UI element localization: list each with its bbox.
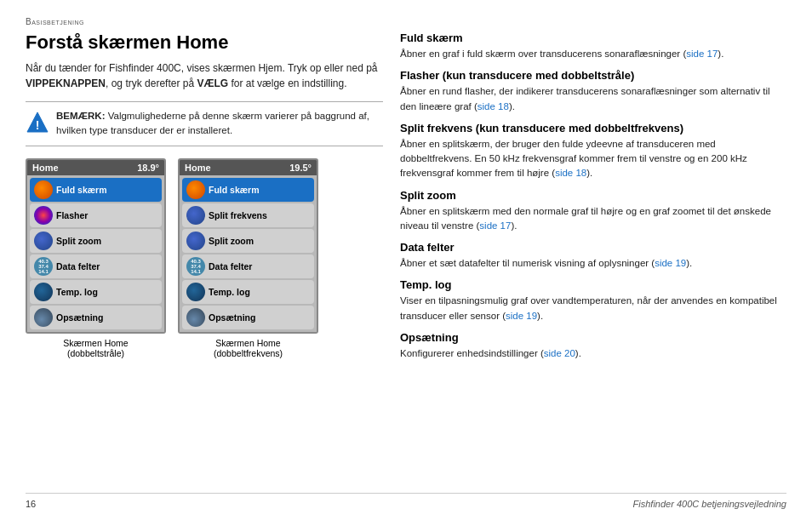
section-temp-log: Temp. log Viser en tilpasningsmulig graf…	[400, 278, 786, 323]
temp-log-icon2	[186, 283, 205, 301]
link-side18b[interactable]: side 18	[555, 168, 586, 178]
settings-icon2	[186, 308, 205, 327]
section-split-frekvens: Split frekvens (kun transducere med dobb…	[400, 122, 786, 181]
link-side19a[interactable]: side 19	[655, 258, 686, 268]
data-felter-icon: 40.337.414.1	[34, 257, 53, 276]
section-opsaetning: Opsætning Konfigurerer enhedsindstilling…	[400, 331, 786, 361]
right-column: Fuld skærm Åbner en graf i fuld skærm ov…	[400, 31, 786, 493]
screen2-menu: Fuld skærm Split frekvens Split zoom	[180, 175, 317, 332]
list-item: 40.337.414.1 Data felter	[30, 254, 162, 278]
flasher-icon	[34, 206, 53, 225]
link-side17a[interactable]: side 17	[686, 49, 718, 59]
list-item: Temp. log	[30, 280, 162, 304]
screens-container: Home 18.9° Fuld skærm Flasher	[26, 158, 383, 358]
list-item: Opsætning	[182, 306, 314, 329]
page-number: 16	[26, 499, 36, 509]
split-freq-icon	[186, 206, 205, 225]
list-item: Temp. log	[182, 280, 314, 304]
device-screen-1: Home 18.9° Fuld skærm Flasher	[26, 158, 166, 334]
list-item: Split frekvens	[182, 203, 314, 227]
intro-paragraph: Når du tænder for Fishfinder 400C, vises…	[26, 60, 383, 91]
data-felter-icon2: 40.337.414.1	[186, 257, 205, 276]
screen1-menu: Fuld skærm Flasher Split zoom	[27, 175, 164, 332]
full-screen-icon	[34, 180, 53, 199]
breadcrumb: Basisbetjening	[26, 17, 786, 26]
note-icon: !	[26, 111, 49, 134]
link-side19b[interactable]: side 19	[506, 311, 537, 321]
footer-product: Fishfinder 400C betjeningsvejledning	[633, 499, 786, 509]
screen2-header: Home 19.5°	[180, 160, 317, 175]
link-side20[interactable]: side 20	[544, 348, 575, 358]
section-flasher: Flasher (kun transducere med dobbeltstrå…	[400, 69, 786, 114]
split-zoom-icon	[34, 232, 53, 250]
full-screen-icon2	[186, 180, 205, 199]
list-item: Split zoom	[30, 229, 162, 253]
screen1-header: Home 18.9°	[27, 160, 164, 175]
screen1-caption: Skærmen Home(dobbeltstråle)	[63, 338, 128, 358]
list-item: Fuld skærm	[182, 178, 314, 202]
list-item: Fuld skærm	[30, 178, 162, 202]
section-fuld-skaerm: Fuld skærm Åbner en graf i fuld skærm ov…	[400, 31, 786, 61]
list-item: 40.337.414.1 Data felter	[182, 254, 314, 278]
split-zoom-icon2	[186, 232, 205, 250]
screen2-caption: Skærmen Home(dobbeltfrekvens)	[214, 338, 283, 358]
note-text: BEMÆRK: Valgmulighederne på denne skærm …	[56, 109, 383, 139]
link-side17b[interactable]: side 17	[479, 220, 511, 231]
screen2-wrapper: Home 19.5° Fuld skærm Split frekvens	[178, 158, 318, 358]
section-split-zoom: Split zoom Åbner en splitskærm med den n…	[400, 189, 786, 234]
section-data-felter: Data felter Åbner et sæt datafelter til …	[400, 241, 786, 271]
device-screen-2: Home 19.5° Fuld skærm Split frekvens	[178, 158, 318, 334]
link-side18a[interactable]: side 18	[477, 101, 509, 111]
svg-text:!: !	[36, 118, 40, 132]
note-box: ! BEMÆRK: Valgmulighederne på denne skær…	[26, 101, 383, 146]
screen1-wrapper: Home 18.9° Fuld skærm Flasher	[26, 158, 166, 358]
settings-icon	[34, 308, 53, 327]
temp-log-icon	[34, 283, 53, 301]
list-item: Split zoom	[182, 229, 314, 253]
list-item: Opsætning	[30, 306, 162, 329]
page-title: Forstå skærmen Home	[26, 31, 383, 54]
page-footer: 16 Fishfinder 400C betjeningsvejledning	[26, 493, 786, 509]
list-item: Flasher	[30, 203, 162, 227]
